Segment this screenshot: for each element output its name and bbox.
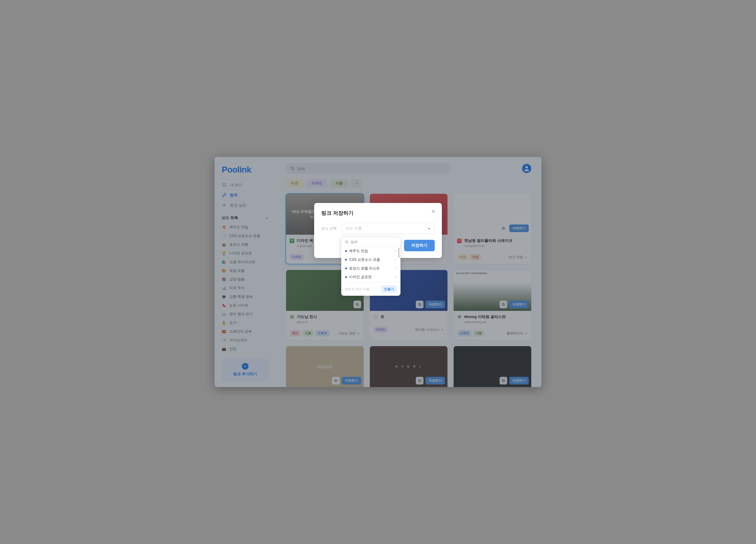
save-link-modal: 링크 저장하기 보드 선택 보드 이름 저장하기 제주도 맛집×CSS 오픈소스… bbox=[314, 203, 442, 258]
dropdown-item[interactable]: 교양 팀플× bbox=[341, 282, 400, 283]
bullet-icon bbox=[345, 276, 347, 278]
board-select-label: 보드 선택 bbox=[321, 226, 337, 231]
close-button[interactable] bbox=[431, 208, 436, 215]
delete-icon[interactable]: × bbox=[395, 266, 397, 270]
create-board-button[interactable]: 만들기 bbox=[381, 285, 397, 293]
search-icon bbox=[345, 240, 349, 244]
chevron-down-icon bbox=[427, 227, 431, 230]
board-select[interactable]: 보드 이름 bbox=[342, 223, 435, 234]
new-board-placeholder[interactable]: 새로운 보드 이름 bbox=[345, 287, 379, 292]
scrollbar[interactable] bbox=[398, 248, 399, 258]
modal-save-button[interactable]: 저장하기 bbox=[404, 240, 435, 251]
modal-overlay[interactable]: 링크 저장하기 보드 선택 보드 이름 저장하기 제주도 맛집×CSS 오픈소스… bbox=[215, 157, 541, 387]
svg-point-21 bbox=[346, 240, 348, 242]
dropdown-item[interactable]: 호캉스 호텔 리스트× bbox=[341, 264, 400, 273]
modal-title: 링크 저장하기 bbox=[321, 209, 435, 216]
board-dropdown: 제주도 맛집×CSS 오픈소스 모음×호캉스 호텔 리스트×디자인 공모전×교양… bbox=[341, 237, 400, 296]
dropdown-search[interactable] bbox=[341, 237, 400, 247]
dropdown-item[interactable]: 제주도 맛집× bbox=[341, 247, 400, 255]
dropdown-search-input[interactable] bbox=[351, 240, 397, 244]
dropdown-item-label: 디자인 공모전 bbox=[349, 275, 372, 280]
dropdown-item-label: 호캉스 호텔 리스트 bbox=[349, 266, 380, 271]
board-select-placeholder: 보드 이름 bbox=[346, 226, 362, 231]
dropdown-item-label: CSS 오픈소스 모음 bbox=[349, 257, 380, 262]
bullet-icon bbox=[345, 259, 347, 261]
dropdown-item[interactable]: 디자인 공모전× bbox=[341, 273, 400, 282]
delete-icon[interactable]: × bbox=[395, 275, 397, 279]
delete-icon[interactable]: × bbox=[395, 249, 397, 253]
dropdown-item-label: 제주도 맛집 bbox=[349, 249, 368, 253]
dropdown-list[interactable]: 제주도 맛집×CSS 오픈소스 모음×호캉스 호텔 리스트×디자인 공모전×교양… bbox=[341, 247, 400, 283]
close-icon bbox=[431, 208, 436, 214]
bullet-icon bbox=[345, 267, 347, 269]
bullet-icon bbox=[345, 250, 347, 252]
delete-icon[interactable]: × bbox=[395, 258, 397, 262]
dropdown-item[interactable]: CSS 오픈소스 모음× bbox=[341, 255, 400, 264]
